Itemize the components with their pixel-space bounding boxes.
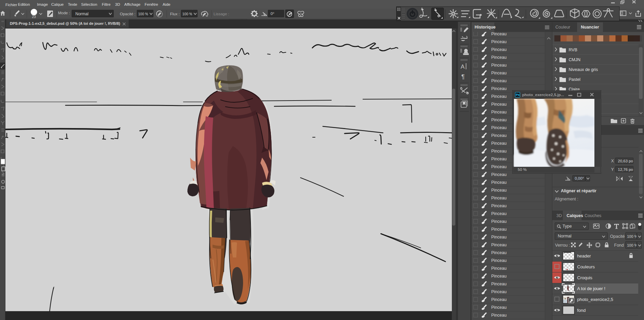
svg-text:Flux :: Flux : [170, 12, 180, 16]
svg-text:Pinceau: Pinceau [491, 211, 507, 216]
svg-text:Pinceau: Pinceau [491, 125, 507, 130]
svg-text:Pinceau: Pinceau [491, 313, 507, 318]
svg-text:Pinceau: Pinceau [491, 102, 507, 107]
svg-text:Pinceau: Pinceau [491, 86, 507, 91]
svg-text:Pinceau: Pinceau [491, 203, 507, 208]
svg-text:Pinceau: Pinceau [491, 118, 507, 122]
svg-text:Pinceau: Pinceau [491, 196, 507, 200]
svg-text:Pinceau: Pinceau [491, 180, 507, 185]
svg-text:Pinceau: Pinceau [491, 258, 507, 263]
svg-text:fond: fond [577, 308, 586, 313]
svg-text:Pinceau: Pinceau [491, 164, 507, 169]
svg-text:RVB: RVB [569, 48, 577, 52]
svg-text:Pinceau: Pinceau [491, 274, 507, 279]
svg-text:Pinceau: Pinceau [491, 55, 507, 60]
svg-text:Pinceau: Pinceau [491, 172, 507, 177]
svg-text:Mode :: Mode : [58, 11, 70, 15]
svg-text:Niveaux de gris: Niveaux de gris [569, 67, 598, 72]
svg-text:Pinceau: Pinceau [491, 32, 507, 36]
svg-text:Pinceau: Pinceau [491, 157, 507, 161]
svg-text:Pinceau: Pinceau [491, 282, 507, 286]
svg-text:Pinceau: Pinceau [491, 63, 507, 68]
svg-text:Pinceau: Pinceau [491, 133, 507, 138]
svg-text:Pinceau: Pinceau [491, 289, 507, 294]
svg-text:Pinceau: Pinceau [491, 141, 507, 146]
svg-text:Pinceau: Pinceau [491, 188, 507, 193]
svg-text:Pastel: Pastel [569, 77, 581, 82]
svg-text:Pinceau: Pinceau [491, 149, 507, 154]
svg-text:Lissage :: Lissage : [214, 12, 229, 16]
svg-text:Pinceau: Pinceau [491, 47, 507, 52]
svg-text:Pinceau: Pinceau [491, 219, 507, 224]
svg-text:Pinceau: Pinceau [491, 297, 507, 302]
svg-text:header: header [577, 253, 591, 259]
svg-text:Pinceau: Pinceau [491, 250, 507, 255]
svg-text:Pinceau: Pinceau [491, 243, 507, 247]
svg-text:23: 23 [32, 15, 36, 19]
svg-text:¶: ¶ [461, 73, 465, 80]
svg-text:Pinceau: Pinceau [491, 227, 507, 232]
svg-text:photo_exercice2,5: photo_exercice2,5 [577, 297, 613, 302]
svg-text:Pinceau: Pinceau [491, 110, 507, 114]
svg-text:A toi de jouer !: A toi de jouer ! [577, 286, 605, 291]
svg-text:Pinceau: Pinceau [491, 305, 507, 310]
svg-text:Pinceau: Pinceau [491, 78, 507, 83]
svg-text:Croquis: Croquis [577, 275, 592, 280]
svg-text:CMJN: CMJN [569, 57, 581, 62]
svg-text:Pinceau: Pinceau [491, 235, 507, 239]
svg-text:Pinceau: Pinceau [491, 71, 507, 75]
svg-text:Pinceau: Pinceau [491, 39, 507, 44]
svg-text:Couleurs: Couleurs [577, 264, 595, 269]
svg-text:A: A [461, 64, 465, 70]
svg-text:Pinceau: Pinceau [491, 94, 507, 99]
svg-text:Pinceau: Pinceau [491, 266, 507, 271]
